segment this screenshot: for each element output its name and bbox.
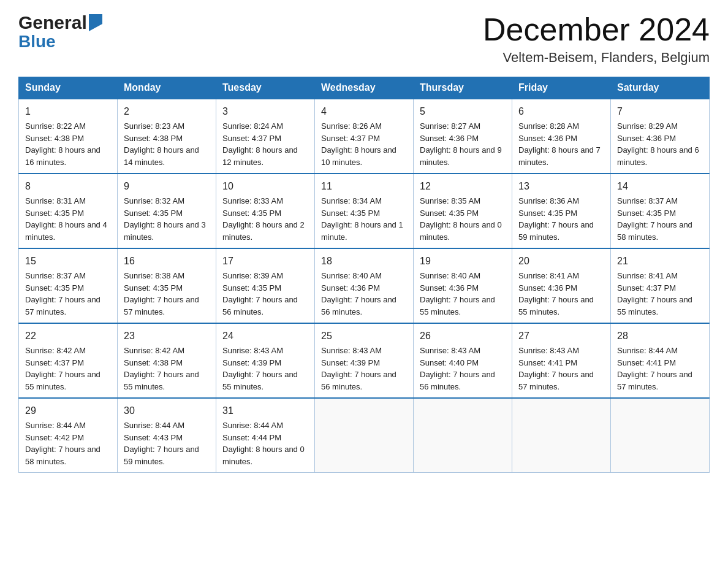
day-info: Sunrise: 8:35 AMSunset: 4:35 PMDaylight:… [420,195,506,243]
day-info: Sunrise: 8:34 AMSunset: 4:35 PMDaylight:… [321,195,407,243]
calendar-cell: 11Sunrise: 8:34 AMSunset: 4:35 PMDayligh… [315,174,414,248]
day-number: 7 [617,104,703,119]
calendar-cell: 13Sunrise: 8:36 AMSunset: 4:35 PMDayligh… [512,174,611,248]
day-number: 28 [617,329,703,343]
week-row-5: 29Sunrise: 8:44 AMSunset: 4:42 PMDayligh… [19,398,710,473]
svg-marker-1 [89,24,102,31]
calendar-cell [315,398,414,473]
calendar-cell: 22Sunrise: 8:42 AMSunset: 4:37 PMDayligh… [19,323,118,398]
day-info: Sunrise: 8:27 AMSunset: 4:36 PMDaylight:… [420,120,506,168]
day-info: Sunrise: 8:39 AMSunset: 4:35 PMDaylight:… [222,270,308,318]
week-row-3: 15Sunrise: 8:37 AMSunset: 4:35 PMDayligh… [19,248,710,323]
day-info: Sunrise: 8:37 AMSunset: 4:35 PMDaylight:… [617,195,703,243]
day-number: 11 [321,179,407,194]
day-info: Sunrise: 8:31 AMSunset: 4:35 PMDaylight:… [25,195,111,243]
day-number: 27 [518,329,604,343]
header-cell-wednesday: Wednesday [315,77,414,99]
day-info: Sunrise: 8:33 AMSunset: 4:35 PMDaylight:… [222,195,308,243]
header-cell-sunday: Sunday [19,77,118,99]
day-info: Sunrise: 8:41 AMSunset: 4:37 PMDaylight:… [617,270,703,318]
calendar-cell: 23Sunrise: 8:42 AMSunset: 4:38 PMDayligh… [118,323,216,398]
calendar-cell: 7Sunrise: 8:29 AMSunset: 4:36 PMDaylight… [611,99,710,174]
calendar-cell [414,398,512,473]
calendar-cell: 6Sunrise: 8:28 AMSunset: 4:36 PMDaylight… [512,99,611,174]
day-number: 26 [420,329,506,343]
week-row-4: 22Sunrise: 8:42 AMSunset: 4:37 PMDayligh… [19,323,710,398]
title-area: December 2024 Veltem-Beisem, Flanders, B… [483,12,710,66]
day-number: 29 [25,404,111,418]
logo-general-text: General [18,12,87,33]
calendar-cell: 17Sunrise: 8:39 AMSunset: 4:35 PMDayligh… [216,248,315,323]
calendar-cell: 12Sunrise: 8:35 AMSunset: 4:35 PMDayligh… [414,174,512,248]
header-row: SundayMondayTuesdayWednesdayThursdayFrid… [19,77,710,99]
day-number: 21 [617,254,703,269]
day-number: 5 [420,104,506,119]
header-cell-monday: Monday [118,77,216,99]
header: General Blue December 2024 Veltem-Beisem… [18,12,710,66]
day-info: Sunrise: 8:40 AMSunset: 4:36 PMDaylight:… [321,270,407,318]
day-number: 10 [222,179,308,194]
calendar-cell: 18Sunrise: 8:40 AMSunset: 4:36 PMDayligh… [315,248,414,323]
day-number: 20 [518,254,604,269]
day-info: Sunrise: 8:43 AMSunset: 4:40 PMDaylight:… [420,345,506,393]
day-info: Sunrise: 8:37 AMSunset: 4:35 PMDaylight:… [25,270,111,318]
day-number: 18 [321,254,407,269]
calendar-cell: 4Sunrise: 8:26 AMSunset: 4:37 PMDaylight… [315,99,414,174]
day-info: Sunrise: 8:44 AMSunset: 4:43 PMDaylight:… [124,419,210,467]
header-cell-thursday: Thursday [414,77,512,99]
day-number: 14 [617,179,703,194]
calendar-cell: 30Sunrise: 8:44 AMSunset: 4:43 PMDayligh… [118,398,216,473]
day-number: 31 [222,404,308,418]
day-number: 30 [124,404,210,418]
day-number: 1 [25,104,111,119]
calendar-cell: 25Sunrise: 8:43 AMSunset: 4:39 PMDayligh… [315,323,414,398]
day-info: Sunrise: 8:28 AMSunset: 4:36 PMDaylight:… [518,120,604,168]
day-number: 13 [518,179,604,194]
day-number: 9 [124,179,210,194]
day-info: Sunrise: 8:40 AMSunset: 4:36 PMDaylight:… [420,270,506,318]
month-title: December 2024 [483,12,710,47]
day-number: 22 [25,329,111,343]
calendar-cell: 27Sunrise: 8:43 AMSunset: 4:41 PMDayligh… [512,323,611,398]
calendar-cell: 3Sunrise: 8:24 AMSunset: 4:37 PMDaylight… [216,99,315,174]
calendar-cell: 9Sunrise: 8:32 AMSunset: 4:35 PMDaylight… [118,174,216,248]
day-number: 6 [518,104,604,119]
day-info: Sunrise: 8:24 AMSunset: 4:37 PMDaylight:… [222,120,308,168]
day-number: 16 [124,254,210,269]
calendar-cell: 20Sunrise: 8:41 AMSunset: 4:36 PMDayligh… [512,248,611,323]
day-number: 19 [420,254,506,269]
header-cell-tuesday: Tuesday [216,77,315,99]
header-cell-friday: Friday [512,77,611,99]
day-number: 23 [124,329,210,343]
day-info: Sunrise: 8:44 AMSunset: 4:42 PMDaylight:… [25,419,111,467]
day-number: 3 [222,104,308,119]
header-cell-saturday: Saturday [611,77,710,99]
logo-blue-text: Blue [18,32,56,51]
logo: General [18,12,102,33]
week-row-1: 1Sunrise: 8:22 AMSunset: 4:38 PMDaylight… [19,99,710,174]
calendar-cell: 24Sunrise: 8:43 AMSunset: 4:39 PMDayligh… [216,323,315,398]
day-number: 17 [222,254,308,269]
day-info: Sunrise: 8:23 AMSunset: 4:38 PMDaylight:… [124,120,210,168]
svg-rect-0 [89,14,102,24]
day-number: 24 [222,329,308,343]
day-info: Sunrise: 8:38 AMSunset: 4:35 PMDaylight:… [124,270,210,318]
calendar-body: 1Sunrise: 8:22 AMSunset: 4:38 PMDaylight… [19,99,710,473]
day-number: 2 [124,104,210,119]
day-info: Sunrise: 8:42 AMSunset: 4:37 PMDaylight:… [25,345,111,393]
day-number: 8 [25,179,111,194]
week-row-2: 8Sunrise: 8:31 AMSunset: 4:35 PMDaylight… [19,174,710,248]
day-info: Sunrise: 8:36 AMSunset: 4:35 PMDaylight:… [518,195,604,243]
calendar-cell: 19Sunrise: 8:40 AMSunset: 4:36 PMDayligh… [414,248,512,323]
calendar-cell: 15Sunrise: 8:37 AMSunset: 4:35 PMDayligh… [19,248,118,323]
day-number: 15 [25,254,111,269]
calendar-cell: 29Sunrise: 8:44 AMSunset: 4:42 PMDayligh… [19,398,118,473]
day-info: Sunrise: 8:42 AMSunset: 4:38 PMDaylight:… [124,345,210,393]
calendar-cell: 21Sunrise: 8:41 AMSunset: 4:37 PMDayligh… [611,248,710,323]
calendar-cell: 1Sunrise: 8:22 AMSunset: 4:38 PMDaylight… [19,99,118,174]
calendar-header: SundayMondayTuesdayWednesdayThursdayFrid… [19,77,710,99]
day-number: 12 [420,179,506,194]
day-info: Sunrise: 8:44 AMSunset: 4:41 PMDaylight:… [617,345,703,393]
logo-blue-label: Blue [18,32,56,52]
day-info: Sunrise: 8:43 AMSunset: 4:39 PMDaylight:… [321,345,407,393]
